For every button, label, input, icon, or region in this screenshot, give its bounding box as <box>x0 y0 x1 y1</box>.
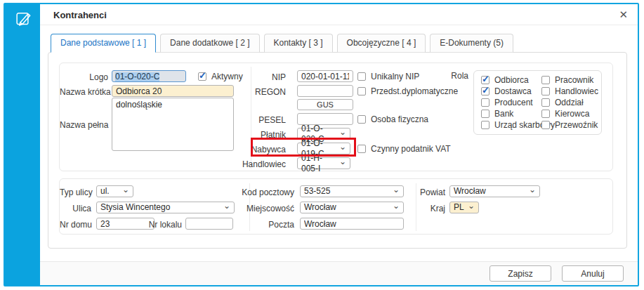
rola-producent-label: Producent <box>494 98 533 107</box>
rola-pracownik: Pracownik <box>541 75 600 85</box>
logo-label: Logo <box>60 72 108 84</box>
page-title: Kontrahenci <box>53 10 107 20</box>
tab-dane-dodatkowe[interactable]: Dane dodatkowe [ 2 ] <box>160 34 259 53</box>
chevron-down-icon: ⌄ <box>339 144 346 150</box>
kod-pocztowy-label: Kod pocztowy <box>238 187 294 199</box>
rola-handlowiec-label: Handlowiec <box>555 86 598 96</box>
logo-field[interactable]: 01-O-020-C <box>112 70 186 82</box>
typ-ulicy-label: Typ ulicy <box>60 187 91 199</box>
titlebar: Kontrahenci <box>40 4 638 25</box>
powiat-value: Wrocław <box>454 186 486 197</box>
rola-dostawca: Dostawca <box>481 86 541 96</box>
handlowiec-select[interactable]: 01-H-005-I⌄ <box>297 157 350 169</box>
nr-domu-label: Nr domu <box>60 219 91 231</box>
powiat-label: Powiat <box>414 187 445 199</box>
nip-label: NIP <box>216 72 286 84</box>
osoba-fizyczna-label: Osoba fizyczna <box>371 114 428 124</box>
nazwa-pelna-label: Nazwa pełna <box>60 119 108 131</box>
nazwa-krotka-label: Nazwa krótka <box>60 86 108 98</box>
rola-odbiorca: Odbiorca <box>481 75 541 85</box>
chevron-down-icon: ⌄ <box>468 203 475 209</box>
rola-handlowiec: Handlowiec <box>541 86 600 96</box>
rola-producent-checkbox[interactable] <box>481 98 489 107</box>
kraj-label: Kraj <box>414 203 445 215</box>
sidebar <box>5 4 40 285</box>
chevron-down-icon: ⌄ <box>223 203 230 209</box>
regon-input[interactable] <box>297 85 353 97</box>
miejscowosc-label: Miejscowość <box>238 203 294 215</box>
rola-urzad-skarbowy-checkbox[interactable] <box>481 121 489 129</box>
nr-lokalu-label: Nr lokalu <box>145 219 182 231</box>
rola-bank-label: Bank <box>494 109 513 119</box>
chevron-down-icon: ⌄ <box>122 187 129 192</box>
rola-kierowca-checkbox[interactable] <box>541 110 550 118</box>
miejscowosc-value: Wrocław <box>304 202 336 213</box>
czynny-vat-row: Czynny podatnik VAT <box>357 144 451 154</box>
kraj-select[interactable]: PL⌄ <box>449 202 479 213</box>
rola-odbiorca-label: Odbiorca <box>494 75 529 85</box>
poczta-input[interactable] <box>300 218 404 230</box>
rola-przewoznik: Przewoźnik <box>541 120 600 130</box>
powiat-select[interactable]: Wrocław⌄ <box>449 185 540 197</box>
nabywca-label: Nabywca <box>216 144 286 156</box>
tab-e-dokumenty[interactable]: E-Dokumenty (5) <box>430 34 513 53</box>
poczta-label: Poczta <box>238 219 294 231</box>
save-button[interactable]: Zapisz <box>489 265 551 282</box>
ulica-select[interactable]: Stysia Wincentego⌄ <box>96 202 235 213</box>
dialog-content: Kontrahenci ✕ Dane podstawowe [ 1 ] Dane… <box>40 4 638 285</box>
nr-lokalu-input[interactable] <box>185 218 233 230</box>
przedst-row: Przedst.dyplomatyczne <box>357 86 458 96</box>
rola-dostawca-checkbox[interactable] <box>481 87 489 95</box>
rola-urzad-skarbowy: Urząd skarbowy <box>481 120 541 130</box>
ulica-label: Ulica <box>60 203 91 215</box>
rola-przewoznik-checkbox[interactable] <box>541 121 550 129</box>
edit-note-icon <box>13 10 32 29</box>
rola-dostawca-label: Dostawca <box>494 86 532 96</box>
rola-label: Rola <box>425 70 468 82</box>
address-groupbox: Typ ulicy ul.⌄ Ulica Stysia Wincentego⌄ … <box>59 178 613 235</box>
czynny-vat-label: Czynny podatnik VAT <box>371 144 451 154</box>
regon-label: REGON <box>216 86 286 98</box>
przedst-label: Przedst.dyplomatyczne <box>371 86 458 96</box>
chevron-down-icon: ⌄ <box>393 187 400 192</box>
ulica-value: Stysia Wincentego <box>100 202 170 213</box>
tab-obcojezyczne[interactable]: Obcojęzyczne [ 4 ] <box>337 34 426 53</box>
osoba-fizyczna-checkbox[interactable] <box>357 115 366 124</box>
rola-pracownik-checkbox[interactable] <box>541 76 550 84</box>
rola-oddzial-checkbox[interactable] <box>541 98 550 107</box>
czynny-vat-checkbox[interactable] <box>357 145 366 153</box>
tab-bar: Dane podstawowe [ 1 ] Dane dodatkowe [ 2… <box>51 34 513 53</box>
handlowiec-label: Handlowiec <box>216 159 286 171</box>
rola-pracownik-label: Pracownik <box>555 75 593 85</box>
typ-ulicy-select[interactable]: ul.⌄ <box>96 185 133 197</box>
gus-button[interactable]: GUS <box>297 99 353 110</box>
rola-handlowiec-checkbox[interactable] <box>541 87 550 95</box>
pesel-label: PESEL <box>216 114 286 126</box>
rola-kierowca: Kierowca <box>541 109 600 119</box>
kraj-value: PL <box>454 202 464 213</box>
close-icon[interactable]: ✕ <box>619 9 628 20</box>
osoba-fizyczna-row: Osoba fizyczna <box>357 114 428 124</box>
unikalny-nip-row: Unikalny NIP <box>357 72 419 81</box>
kod-pocztowy-select[interactable]: 53-525⌄ <box>300 185 404 197</box>
footer-bar: Zapisz Anuluj <box>40 261 638 285</box>
cancel-button[interactable]: Anuluj <box>562 265 624 282</box>
aktywny-checkbox[interactable] <box>198 72 206 81</box>
chevron-down-icon: ⌄ <box>529 187 536 192</box>
rola-odbiorca-checkbox[interactable] <box>481 76 489 84</box>
miejscowosc-select[interactable]: Wrocław⌄ <box>300 202 404 213</box>
nip-input[interactable] <box>297 70 353 82</box>
tab-dane-podstawowe[interactable]: Dane podstawowe [ 1 ] <box>51 34 156 53</box>
rola-bank-checkbox[interactable] <box>481 110 489 118</box>
rola-przewoznik-label: Przewoźnik <box>555 120 598 130</box>
selected-text: 01-O-020-C <box>115 72 159 81</box>
tab-kontakty[interactable]: Kontakty [ 3 ] <box>264 34 333 53</box>
przedst-checkbox[interactable] <box>357 87 366 95</box>
chevron-down-icon: ⌄ <box>339 159 346 164</box>
rola-kierowca-label: Kierowca <box>555 109 589 119</box>
tab-content-panel: Logo 01-O-020-C Aktywny Nazwa krótka Naz… <box>48 52 627 249</box>
chevron-down-icon: ⌄ <box>393 203 400 209</box>
unikalny-nip-checkbox[interactable] <box>357 72 366 81</box>
kod-pocztowy-value: 53-525 <box>304 186 330 197</box>
rola-groupbox: Odbiorca Dostawca Producent Bank Urząd s… <box>473 70 602 135</box>
